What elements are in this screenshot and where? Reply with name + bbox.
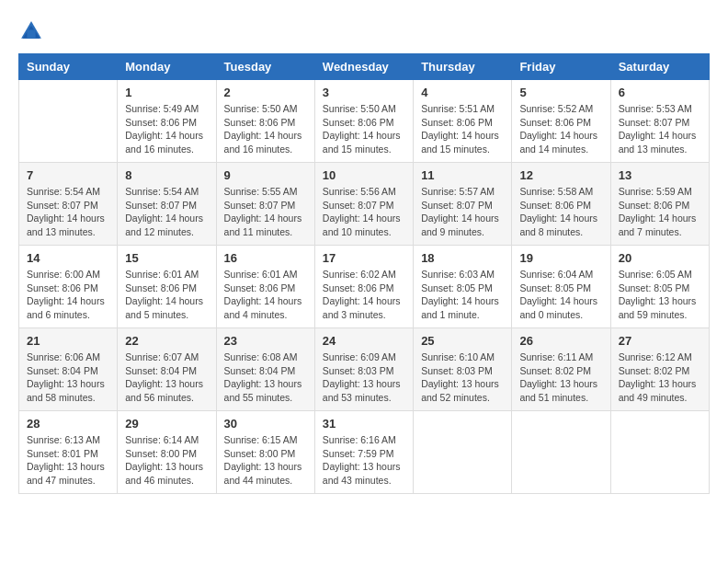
header-row: Sunday Monday Tuesday Wednesday Thursday…	[19, 54, 710, 80]
calendar-cell: 2Sunrise: 5:50 AM Sunset: 8:06 PM Daylig…	[216, 80, 314, 163]
day-info: Sunrise: 6:08 AM Sunset: 8:04 PM Dayligh…	[224, 350, 307, 405]
calendar-cell: 21Sunrise: 6:06 AM Sunset: 8:04 PM Dayli…	[19, 328, 118, 411]
calendar-body: 1Sunrise: 5:49 AM Sunset: 8:06 PM Daylig…	[19, 80, 710, 494]
calendar-cell: 20Sunrise: 6:05 AM Sunset: 8:05 PM Dayli…	[610, 246, 709, 328]
day-number: 16	[224, 251, 307, 265]
col-monday: Monday	[118, 54, 216, 80]
day-info: Sunrise: 6:15 AM Sunset: 8:00 PM Dayligh…	[224, 433, 307, 488]
calendar-cell: 7Sunrise: 5:54 AM Sunset: 8:07 PM Daylig…	[19, 163, 118, 246]
day-info: Sunrise: 5:54 AM Sunset: 8:07 PM Dayligh…	[125, 185, 208, 239]
calendar-cell: 27Sunrise: 6:12 AM Sunset: 8:02 PM Dayli…	[610, 328, 709, 411]
day-number: 5	[519, 86, 602, 99]
calendar-cell: 1Sunrise: 5:49 AM Sunset: 8:06 PM Daylig…	[118, 80, 216, 163]
day-info: Sunrise: 5:55 AM Sunset: 8:07 PM Dayligh…	[224, 185, 307, 239]
day-number: 29	[125, 417, 208, 431]
day-number: 27	[619, 334, 701, 348]
day-number: 9	[224, 168, 307, 182]
calendar-header: Sunday Monday Tuesday Wednesday Thursday…	[19, 54, 710, 80]
calendar-cell: 11Sunrise: 5:57 AM Sunset: 8:07 PM Dayli…	[414, 163, 512, 246]
calendar-cell: 12Sunrise: 5:58 AM Sunset: 8:06 PM Dayli…	[512, 163, 610, 246]
day-number: 14	[27, 251, 109, 265]
day-number: 8	[125, 168, 208, 182]
calendar-cell: 8Sunrise: 5:54 AM Sunset: 8:07 PM Daylig…	[118, 163, 216, 246]
day-number: 3	[323, 86, 405, 99]
calendar-week-4: 21Sunrise: 6:06 AM Sunset: 8:04 PM Dayli…	[19, 328, 710, 411]
calendar-cell: 30Sunrise: 6:15 AM Sunset: 8:00 PM Dayli…	[216, 411, 314, 494]
day-info: Sunrise: 6:16 AM Sunset: 7:59 PM Dayligh…	[323, 433, 405, 488]
day-number: 26	[519, 334, 602, 348]
calendar-week-1: 1Sunrise: 5:49 AM Sunset: 8:06 PM Daylig…	[19, 80, 710, 163]
day-number: 19	[519, 251, 602, 265]
calendar-cell	[610, 411, 709, 494]
day-number: 23	[224, 334, 307, 348]
day-info: Sunrise: 6:07 AM Sunset: 8:04 PM Dayligh…	[125, 350, 208, 405]
calendar-cell: 6Sunrise: 5:53 AM Sunset: 8:07 PM Daylig…	[610, 80, 709, 163]
day-info: Sunrise: 5:59 AM Sunset: 8:06 PM Dayligh…	[619, 185, 701, 239]
day-number: 11	[421, 168, 504, 182]
col-saturday: Saturday	[610, 54, 709, 80]
day-number: 4	[421, 86, 504, 99]
calendar-cell: 22Sunrise: 6:07 AM Sunset: 8:04 PM Dayli…	[118, 328, 216, 411]
calendar-cell: 15Sunrise: 6:01 AM Sunset: 8:06 PM Dayli…	[118, 246, 216, 328]
day-info: Sunrise: 6:00 AM Sunset: 8:06 PM Dayligh…	[27, 268, 109, 322]
day-info: Sunrise: 6:04 AM Sunset: 8:05 PM Dayligh…	[519, 268, 602, 322]
calendar-cell: 19Sunrise: 6:04 AM Sunset: 8:05 PM Dayli…	[512, 246, 610, 328]
day-info: Sunrise: 6:10 AM Sunset: 8:03 PM Dayligh…	[421, 350, 504, 405]
calendar-cell: 24Sunrise: 6:09 AM Sunset: 8:03 PM Dayli…	[314, 328, 413, 411]
day-number: 13	[619, 168, 701, 182]
logo-icon	[18, 18, 44, 44]
day-info: Sunrise: 6:06 AM Sunset: 8:04 PM Dayligh…	[27, 350, 109, 405]
day-info: Sunrise: 5:57 AM Sunset: 8:07 PM Dayligh…	[421, 185, 504, 239]
svg-rect-2	[27, 29, 35, 38]
calendar-cell: 18Sunrise: 6:03 AM Sunset: 8:05 PM Dayli…	[414, 246, 512, 328]
calendar-cell: 13Sunrise: 5:59 AM Sunset: 8:06 PM Dayli…	[610, 163, 709, 246]
day-info: Sunrise: 5:51 AM Sunset: 8:06 PM Dayligh…	[421, 102, 504, 156]
calendar-week-5: 28Sunrise: 6:13 AM Sunset: 8:01 PM Dayli…	[19, 411, 710, 494]
day-number: 15	[125, 251, 208, 265]
calendar-table: Sunday Monday Tuesday Wednesday Thursday…	[18, 53, 710, 494]
calendar-cell: 5Sunrise: 5:52 AM Sunset: 8:06 PM Daylig…	[512, 80, 610, 163]
day-info: Sunrise: 5:53 AM Sunset: 8:07 PM Dayligh…	[619, 102, 701, 156]
day-info: Sunrise: 6:01 AM Sunset: 8:06 PM Dayligh…	[224, 268, 307, 322]
day-info: Sunrise: 6:09 AM Sunset: 8:03 PM Dayligh…	[323, 350, 405, 405]
calendar-cell: 28Sunrise: 6:13 AM Sunset: 8:01 PM Dayli…	[19, 411, 118, 494]
day-number: 12	[519, 168, 602, 182]
col-sunday: Sunday	[19, 54, 118, 80]
day-info: Sunrise: 6:11 AM Sunset: 8:02 PM Dayligh…	[519, 350, 602, 405]
calendar-cell: 14Sunrise: 6:00 AM Sunset: 8:06 PM Dayli…	[19, 246, 118, 328]
col-thursday: Thursday	[414, 54, 512, 80]
col-tuesday: Tuesday	[216, 54, 314, 80]
calendar-cell: 29Sunrise: 6:14 AM Sunset: 8:00 PM Dayli…	[118, 411, 216, 494]
day-info: Sunrise: 5:49 AM Sunset: 8:06 PM Dayligh…	[125, 102, 208, 156]
calendar-cell: 26Sunrise: 6:11 AM Sunset: 8:02 PM Dayli…	[512, 328, 610, 411]
day-info: Sunrise: 6:12 AM Sunset: 8:02 PM Dayligh…	[619, 350, 701, 405]
day-info: Sunrise: 6:03 AM Sunset: 8:05 PM Dayligh…	[421, 268, 504, 322]
day-info: Sunrise: 5:52 AM Sunset: 8:06 PM Dayligh…	[519, 102, 602, 156]
day-info: Sunrise: 5:56 AM Sunset: 8:07 PM Dayligh…	[323, 185, 405, 239]
day-number: 6	[619, 86, 701, 99]
col-friday: Friday	[512, 54, 610, 80]
day-number: 30	[224, 417, 307, 431]
calendar-cell: 3Sunrise: 5:50 AM Sunset: 8:06 PM Daylig…	[314, 80, 413, 163]
day-number: 25	[421, 334, 504, 348]
calendar-cell	[19, 80, 118, 163]
calendar-cell: 23Sunrise: 6:08 AM Sunset: 8:04 PM Dayli…	[216, 328, 314, 411]
calendar-cell: 10Sunrise: 5:56 AM Sunset: 8:07 PM Dayli…	[314, 163, 413, 246]
day-number: 28	[27, 417, 109, 431]
calendar-cell: 17Sunrise: 6:02 AM Sunset: 8:06 PM Dayli…	[314, 246, 413, 328]
calendar-week-3: 14Sunrise: 6:00 AM Sunset: 8:06 PM Dayli…	[19, 246, 710, 328]
day-number: 1	[125, 86, 208, 99]
day-number: 21	[27, 334, 109, 348]
day-number: 17	[323, 251, 405, 265]
day-number: 2	[224, 86, 307, 99]
logo	[18, 18, 48, 44]
day-number: 20	[619, 251, 701, 265]
day-number: 10	[323, 168, 405, 182]
calendar-cell: 9Sunrise: 5:55 AM Sunset: 8:07 PM Daylig…	[216, 163, 314, 246]
day-info: Sunrise: 5:50 AM Sunset: 8:06 PM Dayligh…	[224, 102, 307, 156]
col-wednesday: Wednesday	[314, 54, 413, 80]
day-number: 18	[421, 251, 504, 265]
day-number: 24	[323, 334, 405, 348]
day-info: Sunrise: 5:58 AM Sunset: 8:06 PM Dayligh…	[519, 185, 602, 239]
day-info: Sunrise: 6:02 AM Sunset: 8:06 PM Dayligh…	[323, 268, 405, 322]
